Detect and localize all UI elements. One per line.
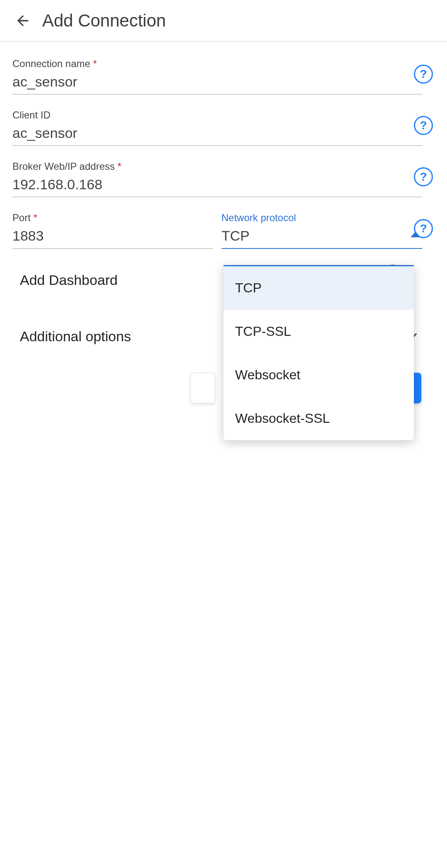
required-asterisk: * — [34, 212, 37, 223]
page-title: Add Connection — [42, 11, 166, 31]
app-bar: Add Connection — [0, 0, 447, 41]
additional-options-label: Additional options — [20, 328, 131, 345]
field-label-text: Connection name — [12, 58, 90, 69]
help-icon[interactable]: ? — [414, 167, 433, 186]
broker-row: Broker Web/IP address * 192.168.0.168 ? — [12, 157, 435, 197]
field-label-text: Broker Web/IP address — [12, 161, 115, 172]
port-value[interactable]: 1883 — [12, 225, 213, 248]
client-id-value[interactable]: ac_sensor — [12, 123, 422, 145]
connection-name-label: Connection name * — [12, 58, 422, 70]
protocol-value: TCP — [221, 225, 422, 248]
connection-name-row: Connection name * ac_sensor ? — [12, 54, 435, 94]
port-protocol-row: Port * 1883 Network protocol TCP ? — [12, 208, 435, 249]
field-label-text: Port — [12, 212, 31, 223]
client-id-field[interactable]: Client ID ac_sensor — [12, 105, 422, 146]
protocol-option-tcp-ssl[interactable]: TCP-SSL — [223, 310, 414, 353]
arrow-left-icon — [14, 12, 31, 29]
connection-name-value[interactable]: ac_sensor — [12, 71, 422, 94]
add-dashboard-label: Add Dashboard — [20, 272, 118, 288]
port-label: Port * — [12, 212, 213, 224]
broker-value[interactable]: 192.168.0.168 — [12, 174, 422, 197]
help-icon[interactable]: ? — [414, 65, 433, 84]
protocol-option-websocket[interactable]: Websocket — [223, 353, 414, 397]
connection-name-field[interactable]: Connection name * ac_sensor — [12, 54, 422, 94]
protocol-select[interactable]: Network protocol TCP — [221, 208, 422, 249]
content-area: Connection name * ac_sensor ? Client ID … — [0, 41, 447, 357]
protocol-option-tcp[interactable]: TCP — [223, 266, 414, 310]
help-icon[interactable]: ? — [414, 116, 433, 135]
broker-field[interactable]: Broker Web/IP address * 192.168.0.168 — [12, 157, 422, 197]
help-icon[interactable]: ? — [414, 219, 433, 238]
back-button[interactable] — [12, 10, 33, 31]
protocol-option-websocket-ssl[interactable]: Websocket-SSL — [223, 397, 414, 440]
client-id-row: Client ID ac_sensor ? — [12, 105, 435, 146]
required-asterisk: * — [93, 58, 97, 69]
port-field[interactable]: Port * 1883 — [12, 208, 213, 249]
cancel-button[interactable] — [190, 373, 215, 403]
broker-label: Broker Web/IP address * — [12, 161, 422, 172]
required-asterisk: * — [118, 161, 121, 172]
protocol-dropdown: TCP TCP-SSL Websocket Websocket-SSL — [223, 265, 414, 440]
protocol-label: Network protocol — [221, 212, 422, 224]
client-id-label: Client ID — [12, 109, 422, 121]
